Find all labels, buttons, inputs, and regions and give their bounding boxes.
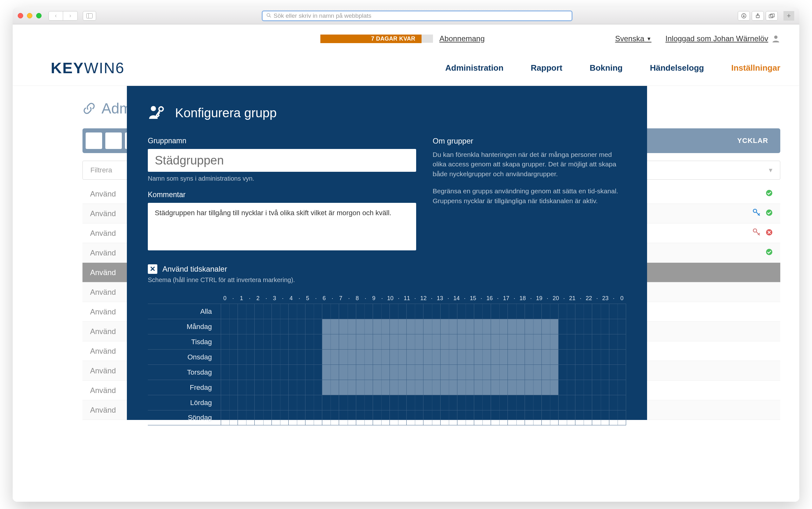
schedule-cell[interactable] [272, 365, 288, 380]
schedule-cell[interactable] [525, 365, 541, 380]
schedule-cell[interactable] [288, 319, 305, 334]
window-zoom-icon[interactable] [36, 13, 41, 19]
sidebar-toggle-button[interactable] [83, 11, 96, 21]
schedule-cell[interactable] [389, 334, 406, 349]
schedule-cell[interactable] [558, 349, 575, 365]
schedule-cell[interactable] [440, 304, 457, 319]
schedule-cell[interactable] [322, 395, 339, 410]
schedule-cell[interactable] [238, 304, 254, 319]
schedule-cell[interactable] [322, 304, 339, 319]
schedule-cell[interactable] [558, 380, 575, 395]
schedule-cell[interactable] [491, 334, 507, 349]
schedule-cell[interactable] [575, 349, 592, 365]
schedule-cell[interactable] [406, 410, 423, 425]
schedule-cell[interactable] [356, 380, 373, 395]
schedule-cell[interactable] [541, 319, 558, 334]
schedule-cell[interactable] [339, 410, 355, 425]
back-button[interactable]: ‹ [49, 11, 63, 21]
schedule-cell[interactable] [525, 410, 541, 425]
schedule-cell[interactable] [272, 304, 288, 319]
schedule-cell[interactable] [221, 410, 238, 425]
schedule-cell[interactable] [356, 319, 373, 334]
schedule-cell[interactable] [288, 410, 305, 425]
schedule-cell[interactable] [440, 349, 457, 365]
schedule-cell[interactable] [609, 365, 626, 380]
schedule-cell[interactable] [423, 334, 440, 349]
schedule-cell[interactable] [474, 319, 491, 334]
schedule-cell[interactable] [288, 365, 305, 380]
schedule-cell[interactable] [457, 349, 474, 365]
schedule-cell[interactable] [272, 410, 288, 425]
schedule-cell[interactable] [440, 410, 457, 425]
schedule-cell[interactable] [491, 304, 507, 319]
schedule-cell[interactable] [474, 380, 491, 395]
schedule-cell[interactable] [491, 395, 507, 410]
schedule-cell[interactable] [373, 380, 389, 395]
schedule-cell[interactable] [406, 395, 423, 410]
schedule-cell[interactable] [507, 334, 524, 349]
schedule-cell[interactable] [457, 380, 474, 395]
schedule-cell[interactable] [507, 319, 524, 334]
schedule-row[interactable]: Torsdag [148, 365, 626, 380]
schedule-cell[interactable] [389, 395, 406, 410]
schedule-cell[interactable] [575, 334, 592, 349]
tabs-button[interactable] [766, 11, 778, 21]
schedule-cell[interactable] [440, 380, 457, 395]
schedule-cell[interactable] [272, 319, 288, 334]
schedule-cell[interactable] [406, 304, 423, 319]
nav-administration[interactable]: Administration [445, 63, 503, 73]
schedule-cell[interactable] [525, 380, 541, 395]
schedule-cell[interactable] [305, 410, 322, 425]
language-selector[interactable]: Svenska ▼ [615, 34, 652, 43]
toolbar-button-1[interactable] [86, 133, 102, 149]
schedule-cell[interactable] [305, 365, 322, 380]
schedule-cell[interactable] [575, 304, 592, 319]
schedule-cell[interactable] [339, 380, 355, 395]
schedule-cell[interactable] [221, 380, 238, 395]
schedule-cell[interactable] [406, 365, 423, 380]
window-minimize-icon[interactable] [27, 13, 32, 19]
schedule-cell[interactable] [507, 304, 524, 319]
window-close-icon[interactable] [18, 13, 23, 19]
schedule-cell[interactable] [474, 304, 491, 319]
schedule-cell[interactable] [491, 349, 507, 365]
schedule-cell[interactable] [541, 365, 558, 380]
schedule-cell[interactable] [305, 349, 322, 365]
schedule-cell[interactable] [609, 380, 626, 395]
schedule-cell[interactable] [491, 380, 507, 395]
schedule-cell[interactable] [507, 410, 524, 425]
schedule-row[interactable]: Söndag [148, 410, 626, 425]
schedule-cell[interactable] [541, 410, 558, 425]
schedule-cell[interactable] [322, 380, 339, 395]
schedule-cell[interactable] [592, 410, 609, 425]
schedule-cell[interactable] [575, 380, 592, 395]
schedule-cell[interactable] [525, 319, 541, 334]
schedule-cell[interactable] [254, 319, 271, 334]
schedule-cell[interactable] [288, 380, 305, 395]
schedule-cell[interactable] [558, 410, 575, 425]
schedule-cell[interactable] [356, 395, 373, 410]
schedule-row[interactable]: Lördag [148, 395, 626, 410]
nav-händelselogg[interactable]: Händelselogg [650, 63, 704, 73]
schedule-cell[interactable] [288, 334, 305, 349]
schedule-cell[interactable] [389, 410, 406, 425]
subscription-link[interactable]: Abonnemang [439, 34, 485, 43]
schedule-cell[interactable] [339, 304, 355, 319]
schedule-cell[interactable] [525, 334, 541, 349]
schedule-cell[interactable] [491, 365, 507, 380]
schedule-cell[interactable] [254, 380, 271, 395]
groupname-input[interactable] [148, 149, 416, 172]
schedule-cell[interactable] [423, 395, 440, 410]
schedule-cell[interactable] [322, 319, 339, 334]
schedule-cell[interactable] [423, 380, 440, 395]
schedule-cell[interactable] [609, 410, 626, 425]
schedule-cell[interactable] [440, 365, 457, 380]
schedule-row[interactable]: Alla [148, 304, 626, 319]
schedule-cell[interactable] [322, 410, 339, 425]
schedule-cell[interactable] [339, 349, 355, 365]
schedule-cell[interactable] [592, 304, 609, 319]
schedule-cell[interactable] [389, 380, 406, 395]
schedule-cell[interactable] [507, 365, 524, 380]
schedule-cell[interactable] [406, 319, 423, 334]
schedule-cell[interactable] [356, 334, 373, 349]
